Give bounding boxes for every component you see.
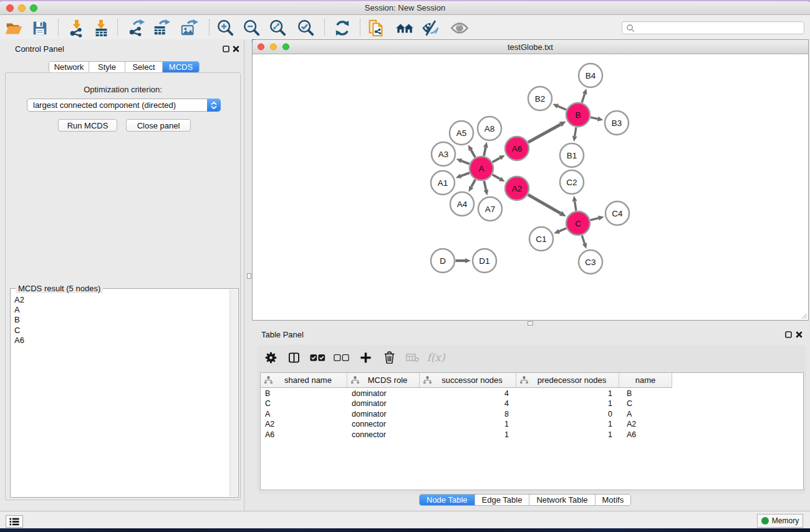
column-header-shared-name[interactable]: shared name (261, 373, 347, 388)
graph-arrowhead (597, 117, 604, 122)
tab-node-table[interactable]: Node Table (420, 495, 475, 505)
select-all-icon[interactable] (308, 349, 327, 365)
list-item[interactable]: B (14, 315, 229, 325)
column-header-mcds-role[interactable]: MCDS role (347, 373, 420, 388)
graph-arrowhead (582, 89, 587, 95)
table-row[interactable]: C dominator 4 1 C (261, 399, 803, 409)
result-list-scrollbar[interactable] (229, 289, 238, 496)
table-row[interactable]: B dominator 4 1 B (261, 389, 803, 399)
zoom-out-icon[interactable] (242, 18, 262, 38)
first-neighbors-icon[interactable] (395, 18, 415, 38)
export-table-icon[interactable] (152, 18, 171, 38)
table-row[interactable]: A dominator 8 0 A (261, 409, 803, 419)
show-all-icon[interactable] (450, 18, 470, 38)
zoom-selected-icon[interactable] (296, 18, 316, 38)
graph-node-label: B2 (535, 94, 546, 104)
delete-table-icon[interactable] (403, 349, 422, 365)
settings-gear-icon[interactable] (261, 349, 280, 365)
horizontal-splitter-handle[interactable] (528, 321, 533, 326)
control-panel-close-icon[interactable] (232, 45, 240, 53)
list-item[interactable]: A (14, 305, 229, 315)
table-panel-float-icon[interactable] (784, 331, 793, 339)
table-panel: Table Panel (245, 321, 810, 511)
graph-edge-A-A2[interactable] (493, 175, 500, 179)
control-panel-float-icon[interactable] (222, 45, 230, 53)
graph-edge-A-A7[interactable] (484, 181, 486, 190)
graph-node-label: B1 (567, 151, 577, 160)
graph-edge-C-C3[interactable] (582, 236, 584, 244)
run-mcds-button[interactable]: Run MCDS (58, 119, 117, 132)
memory-status-icon (761, 517, 769, 525)
tab-style[interactable]: Style (89, 62, 125, 72)
mcds-result-list[interactable]: A2 A B C A6 (11, 295, 229, 496)
tab-mcds[interactable]: MCDS (163, 62, 199, 72)
delete-column-icon[interactable] (380, 349, 398, 365)
table-panel-body: f(x) shared name (257, 345, 806, 494)
tab-select[interactable]: Select (125, 62, 163, 72)
graph-node-label: A5 (456, 128, 467, 138)
function-builder-icon[interactable]: f(x) (427, 349, 445, 365)
graph-edge-B-B4[interactable] (582, 94, 584, 103)
close-panel-button[interactable]: Close panel (126, 119, 191, 132)
graph-edge-A-A4[interactable] (471, 180, 475, 187)
graph-arrowhead (598, 216, 604, 221)
table-row[interactable]: A2 connector 1 1 A2 (261, 419, 803, 429)
graph-edge-B-B3[interactable] (591, 117, 598, 118)
split-view-icon[interactable] (284, 349, 303, 365)
apply-layout-icon[interactable] (332, 18, 352, 38)
zoom-fit-icon[interactable] (268, 18, 288, 38)
import-table-icon[interactable] (91, 18, 111, 38)
search-input[interactable] (622, 21, 804, 34)
save-session-icon[interactable] (30, 18, 50, 38)
column-header-successor-nodes[interactable]: successor nodes (420, 373, 516, 388)
toolbar-separator (58, 19, 59, 36)
graph-edge-C-C1[interactable] (559, 228, 567, 231)
add-column-icon[interactable] (356, 349, 375, 365)
export-network-icon[interactable] (127, 18, 147, 38)
column-header-name[interactable]: name (619, 373, 672, 388)
mcds-tab-content: Optimization criterion: largest connecte… (5, 72, 241, 500)
attribute-icon (264, 376, 272, 384)
graph-edge-A-A5[interactable] (471, 150, 475, 157)
export-image-icon[interactable] (179, 18, 199, 38)
graph-edge-C-C4[interactable] (591, 218, 599, 220)
list-item[interactable]: A6 (14, 336, 229, 346)
list-item[interactable]: A2 (14, 295, 229, 305)
criterion-dropdown[interactable]: largest connected component (directed) (27, 99, 221, 112)
graph-node-label: D1 (479, 256, 489, 266)
graph-edge-A2-C[interactable] (528, 195, 561, 213)
main-content: Control Panel Network Style Select MCDS … (0, 39, 810, 511)
open-session-icon[interactable] (4, 18, 24, 38)
graph-edge-A-A1[interactable] (461, 173, 470, 176)
tab-network-table[interactable]: Network Table (529, 495, 595, 505)
deselect-all-icon[interactable] (332, 349, 350, 365)
graph-edge-A-A6[interactable] (493, 158, 500, 162)
graph-edge-B-B1[interactable] (575, 127, 576, 136)
graph-arrowhead (465, 258, 471, 263)
tab-network[interactable]: Network (49, 62, 89, 72)
table-panel-close-icon[interactable] (795, 331, 803, 339)
list-item[interactable]: C (14, 326, 229, 336)
graph-edge-C-C2[interactable] (575, 201, 576, 211)
zoom-in-icon[interactable] (216, 18, 236, 38)
graph-node-label: C2 (566, 178, 577, 187)
task-history-button[interactable] (6, 515, 23, 528)
table-row[interactable]: A6 connector 1 1 A6 (261, 430, 803, 440)
graph-edge-A-A8[interactable] (484, 147, 486, 156)
graph-node-label: C3 (585, 258, 595, 267)
graph-node-label: B3 (612, 118, 622, 128)
hide-selected-icon[interactable] (420, 18, 440, 38)
network-canvas[interactable]: B4B2BB3A5A8A6A3B1AA1C2A2A4A7C4CC1C3DD1 (253, 54, 808, 320)
vertical-splitter-handle[interactable] (247, 273, 251, 279)
new-network-from-selection-icon[interactable] (366, 18, 386, 38)
memory-button[interactable]: Memory (757, 514, 803, 528)
import-network-icon[interactable] (67, 18, 87, 38)
graph-edge-A6-B[interactable] (528, 124, 561, 142)
toolbar-separator (117, 19, 118, 36)
graph-edge-B-B2[interactable] (558, 106, 567, 110)
tab-motifs[interactable]: Motifs (595, 495, 631, 505)
column-header-predecessor-nodes[interactable]: predecessor nodes (516, 373, 619, 388)
tab-edge-table[interactable]: Edge Table (475, 495, 530, 505)
window-resize-grip[interactable] (800, 312, 808, 319)
graph-edge-A-A3[interactable] (461, 161, 470, 164)
